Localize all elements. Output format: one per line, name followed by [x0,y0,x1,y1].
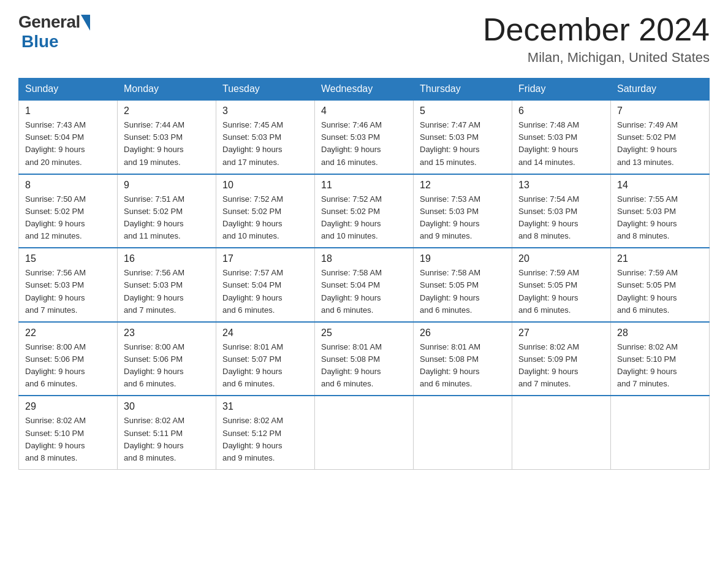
weekday-header-wednesday: Wednesday [315,79,414,101]
day-number: 24 [222,327,308,339]
day-number: 16 [124,253,210,264]
day-info: Sunrise: 8:01 AMSunset: 5:08 PMDaylight:… [420,342,480,388]
day-info: Sunrise: 8:02 AMSunset: 5:11 PMDaylight:… [124,416,184,462]
day-number: 9 [124,180,210,191]
day-number: 15 [25,253,111,264]
day-number: 25 [321,327,407,339]
day-info: Sunrise: 7:46 AMSunset: 5:03 PMDaylight:… [321,120,382,166]
day-number: 29 [25,401,111,412]
weekday-header-friday: Friday [512,79,611,101]
day-info: Sunrise: 7:44 AMSunset: 5:03 PMDaylight:… [124,120,184,166]
day-info: Sunrise: 7:58 AMSunset: 5:05 PMDaylight:… [420,268,480,314]
day-number: 23 [124,327,210,339]
day-number: 20 [518,253,604,264]
calendar-cell: 3Sunrise: 7:45 AMSunset: 5:03 PMDaylight… [216,100,315,174]
day-info: Sunrise: 7:50 AMSunset: 5:02 PMDaylight:… [25,194,86,240]
day-info: Sunrise: 8:02 AMSunset: 5:10 PMDaylight:… [25,416,86,462]
calendar-week-4: 22Sunrise: 8:00 AMSunset: 5:06 PMDayligh… [19,322,710,396]
calendar-cell: 6Sunrise: 7:48 AMSunset: 5:03 PMDaylight… [512,100,611,174]
calendar-cell: 18Sunrise: 7:58 AMSunset: 5:04 PMDayligh… [315,248,414,322]
calendar-cell: 25Sunrise: 8:01 AMSunset: 5:08 PMDayligh… [315,322,414,396]
day-number: 27 [518,327,604,339]
weekday-header-monday: Monday [118,79,216,101]
day-number: 8 [25,180,111,191]
day-number: 19 [420,253,506,264]
calendar-cell: 24Sunrise: 8:01 AMSunset: 5:07 PMDayligh… [216,322,315,396]
logo: General Blue [18,12,90,52]
calendar-cell: 21Sunrise: 7:59 AMSunset: 5:05 PMDayligh… [611,248,710,322]
calendar-cell: 5Sunrise: 7:47 AMSunset: 5:03 PMDaylight… [414,100,512,174]
calendar-cell: 2Sunrise: 7:44 AMSunset: 5:03 PMDaylight… [118,100,216,174]
calendar-cell: 14Sunrise: 7:55 AMSunset: 5:03 PMDayligh… [611,174,710,248]
day-info: Sunrise: 7:56 AMSunset: 5:03 PMDaylight:… [124,268,184,314]
day-number: 11 [321,180,407,191]
day-number: 3 [222,105,308,117]
calendar-cell: 10Sunrise: 7:52 AMSunset: 5:02 PMDayligh… [216,174,315,248]
day-info: Sunrise: 7:53 AMSunset: 5:03 PMDaylight:… [420,194,480,240]
calendar-cell: 22Sunrise: 8:00 AMSunset: 5:06 PMDayligh… [19,322,118,396]
calendar-cell [611,396,710,469]
calendar-table: SundayMondayTuesdayWednesdayThursdayFrid… [18,78,710,470]
day-number: 18 [321,253,407,264]
logo-general-text: General [18,12,80,32]
day-info: Sunrise: 7:52 AMSunset: 5:02 PMDaylight:… [321,194,382,240]
day-info: Sunrise: 7:45 AMSunset: 5:03 PMDaylight:… [222,120,283,166]
calendar-cell: 8Sunrise: 7:50 AMSunset: 5:02 PMDaylight… [19,174,118,248]
calendar-cell: 7Sunrise: 7:49 AMSunset: 5:02 PMDaylight… [611,100,710,174]
calendar-cell: 26Sunrise: 8:01 AMSunset: 5:08 PMDayligh… [414,322,512,396]
calendar-cell: 31Sunrise: 8:02 AMSunset: 5:12 PMDayligh… [216,396,315,469]
calendar-cell [315,396,414,469]
day-info: Sunrise: 7:43 AMSunset: 5:04 PMDaylight:… [25,120,86,166]
day-number: 17 [222,253,308,264]
day-info: Sunrise: 7:57 AMSunset: 5:04 PMDaylight:… [222,268,283,314]
day-number: 28 [617,327,703,339]
calendar-week-3: 15Sunrise: 7:56 AMSunset: 5:03 PMDayligh… [19,248,710,322]
logo-triangle-icon [81,15,90,31]
day-info: Sunrise: 7:59 AMSunset: 5:05 PMDaylight:… [617,268,678,314]
calendar-cell: 11Sunrise: 7:52 AMSunset: 5:02 PMDayligh… [315,174,414,248]
day-info: Sunrise: 7:47 AMSunset: 5:03 PMDaylight:… [420,120,480,166]
calendar-cell: 27Sunrise: 8:02 AMSunset: 5:09 PMDayligh… [512,322,611,396]
day-number: 5 [420,105,506,117]
day-info: Sunrise: 8:02 AMSunset: 5:12 PMDaylight:… [222,416,283,462]
day-info: Sunrise: 8:01 AMSunset: 5:08 PMDaylight:… [321,342,382,388]
day-number: 14 [617,180,703,191]
day-number: 12 [420,180,506,191]
calendar-week-1: 1Sunrise: 7:43 AMSunset: 5:04 PMDaylight… [19,100,710,174]
day-number: 7 [617,105,703,117]
weekday-header-saturday: Saturday [611,79,710,101]
calendar-cell: 9Sunrise: 7:51 AMSunset: 5:02 PMDaylight… [118,174,216,248]
title-block: December 2024 Milan, Michigan, United St… [483,12,710,66]
day-info: Sunrise: 7:58 AMSunset: 5:04 PMDaylight:… [321,268,382,314]
calendar-cell: 12Sunrise: 7:53 AMSunset: 5:03 PMDayligh… [414,174,512,248]
day-number: 10 [222,180,308,191]
calendar-cell: 28Sunrise: 8:02 AMSunset: 5:10 PMDayligh… [611,322,710,396]
day-number: 13 [518,180,604,191]
day-number: 2 [124,105,210,117]
day-info: Sunrise: 7:48 AMSunset: 5:03 PMDaylight:… [518,120,579,166]
calendar-cell: 17Sunrise: 7:57 AMSunset: 5:04 PMDayligh… [216,248,315,322]
calendar-cell [512,396,611,469]
logo-blue-text: Blue [21,32,59,52]
day-number: 1 [25,105,111,117]
calendar-cell: 15Sunrise: 7:56 AMSunset: 5:03 PMDayligh… [19,248,118,322]
day-number: 21 [617,253,703,264]
calendar-cell: 23Sunrise: 8:00 AMSunset: 5:06 PMDayligh… [118,322,216,396]
weekday-header-thursday: Thursday [414,79,512,101]
day-number: 4 [321,105,407,117]
calendar-cell: 19Sunrise: 7:58 AMSunset: 5:05 PMDayligh… [414,248,512,322]
calendar-week-2: 8Sunrise: 7:50 AMSunset: 5:02 PMDaylight… [19,174,710,248]
weekday-header-sunday: Sunday [19,79,118,101]
day-info: Sunrise: 8:02 AMSunset: 5:09 PMDaylight:… [518,342,579,388]
calendar-week-5: 29Sunrise: 8:02 AMSunset: 5:10 PMDayligh… [19,396,710,469]
day-number: 30 [124,401,210,412]
calendar-cell: 1Sunrise: 7:43 AMSunset: 5:04 PMDaylight… [19,100,118,174]
calendar-cell: 20Sunrise: 7:59 AMSunset: 5:05 PMDayligh… [512,248,611,322]
day-info: Sunrise: 7:59 AMSunset: 5:05 PMDaylight:… [518,268,579,314]
day-info: Sunrise: 8:00 AMSunset: 5:06 PMDaylight:… [124,342,184,388]
calendar-cell: 29Sunrise: 8:02 AMSunset: 5:10 PMDayligh… [19,396,118,469]
calendar-cell: 16Sunrise: 7:56 AMSunset: 5:03 PMDayligh… [118,248,216,322]
calendar-cell [414,396,512,469]
day-info: Sunrise: 8:01 AMSunset: 5:07 PMDaylight:… [222,342,283,388]
day-info: Sunrise: 8:02 AMSunset: 5:10 PMDaylight:… [617,342,678,388]
